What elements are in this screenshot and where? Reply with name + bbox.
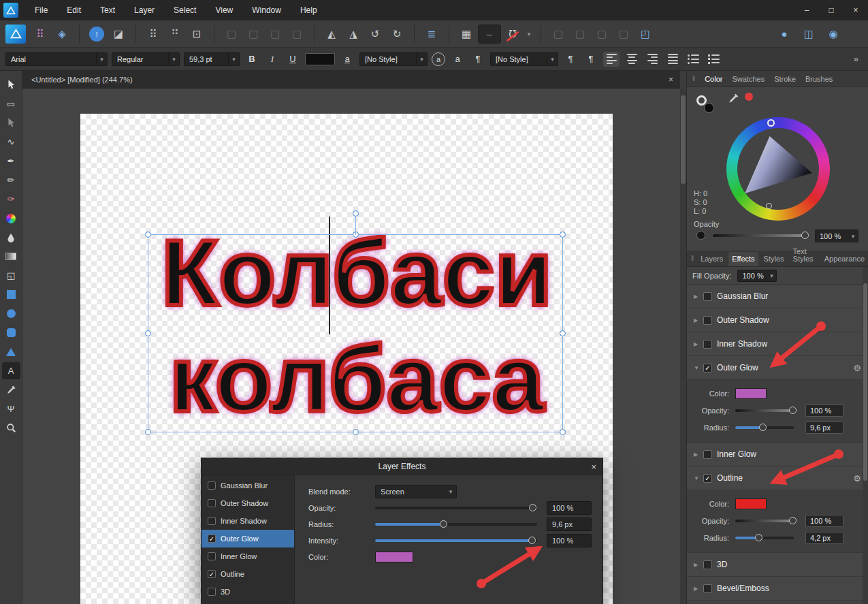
secondary-color-circle[interactable]: [704, 103, 714, 113]
view-tool[interactable]: Ψ: [2, 400, 20, 417]
bullet-list-button[interactable]: [685, 52, 701, 67]
crop-tool[interactable]: ◱: [2, 267, 20, 284]
radius-slider[interactable]: [375, 523, 537, 526]
selection-handle-top-right[interactable]: [560, 232, 566, 238]
eyedropper-icon[interactable]: [728, 93, 739, 104]
outline-radius-slider[interactable]: [735, 537, 794, 539]
slider-knob[interactable]: [528, 537, 536, 544]
align-right-button[interactable]: [644, 52, 660, 67]
vector-brush-tool[interactable]: ✑: [2, 191, 20, 208]
selection-handle-top-left[interactable]: [145, 232, 151, 238]
effect-checkbox[interactable]: [703, 340, 712, 349]
effect-row-inner-glow[interactable]: ▶ Inner Glow: [687, 443, 868, 466]
glow-color-swatch[interactable]: [375, 552, 413, 562]
slider-knob[interactable]: [440, 520, 447, 528]
minimize-button[interactable]: –: [794, 0, 819, 20]
menu-help[interactable]: Help: [291, 0, 327, 20]
effect-checkbox[interactable]: [703, 560, 712, 569]
selection-handle-middle-left[interactable]: [145, 330, 151, 336]
text-color-well[interactable]: [305, 53, 335, 65]
panel-grip-icon[interactable]: ‖: [692, 75, 695, 82]
panel-grip-icon[interactable]: ‖: [691, 255, 694, 262]
intensity-value[interactable]: 100 %: [547, 534, 592, 547]
dot-grid-button[interactable]: ⠿: [143, 25, 163, 44]
insert-target-button[interactable]: ◰: [635, 25, 656, 44]
blend-mode-select[interactable]: Screen ▾: [375, 485, 457, 498]
triangle-tool[interactable]: [2, 343, 20, 360]
slider-knob[interactable]: [759, 424, 767, 431]
hue-selector-dot[interactable]: [767, 119, 775, 127]
picked-color-dot[interactable]: [745, 93, 753, 101]
tab-styles[interactable]: Styles: [760, 252, 788, 266]
effect-checkbox[interactable]: [208, 517, 216, 525]
rotate-ccw-button[interactable]: ↺: [365, 25, 385, 44]
gear-icon[interactable]: ⚙: [853, 363, 861, 373]
dot-icon-button[interactable]: ●: [774, 25, 794, 44]
gear-icon[interactable]: ⚙: [853, 473, 861, 483]
close-document-icon[interactable]: ×: [669, 75, 673, 84]
font-size-select[interactable]: 59,3 pt ▾: [184, 52, 240, 66]
font-family-select[interactable]: Arial ▾: [5, 52, 108, 66]
node-tool[interactable]: [2, 114, 20, 131]
effect-row-inner-shadow[interactable]: ▶ Inner Shadow: [687, 332, 868, 356]
effect-checkbox[interactable]: [208, 588, 216, 596]
text-tool[interactable]: A: [2, 362, 20, 379]
pen-tool[interactable]: ✒: [2, 153, 20, 170]
effect-checkbox[interactable]: [208, 552, 216, 560]
show-grid-button[interactable]: ▦: [456, 25, 477, 44]
document-tab-title[interactable]: <Untitled> [Modified] (244.7%): [22, 76, 133, 84]
outer-glow-color-swatch[interactable]: [735, 388, 767, 399]
effect-checkbox-checked[interactable]: [208, 570, 216, 578]
dialog-item-3d[interactable]: 3D: [202, 583, 294, 601]
rectangle-tool[interactable]: [2, 286, 20, 303]
expand-icon[interactable]: ▶: [694, 562, 703, 568]
scrollbar-thumb[interactable]: [863, 283, 867, 481]
paragraph-panel-button[interactable]: ¶: [583, 52, 599, 67]
tab-stroke[interactable]: Stroke: [774, 75, 796, 83]
dialog-titlebar[interactable]: Layer Effects ×: [202, 458, 602, 475]
slider-knob[interactable]: [789, 517, 797, 524]
tab-brushes[interactable]: Brushes: [805, 75, 833, 83]
outline-radius-value[interactable]: 4,2 px: [805, 532, 843, 544]
outline-opacity-value[interactable]: 100 %: [805, 515, 843, 527]
rounded-rectangle-tool[interactable]: [2, 324, 20, 341]
opacity-slider[interactable]: [713, 234, 805, 237]
slider-knob[interactable]: [755, 534, 762, 541]
collapse-icon[interactable]: ▼: [694, 365, 703, 371]
pilcrow-button[interactable]: ¶: [470, 52, 486, 67]
rotation-handle[interactable]: [353, 210, 359, 217]
outline-opacity-slider[interactable]: [735, 520, 794, 522]
dialog-item-inner-glow[interactable]: Inner Glow: [202, 547, 294, 565]
close-window-button[interactable]: ×: [843, 0, 868, 20]
dialog-item-gaussian-blur[interactable]: Gaussian Blur: [202, 477, 294, 494]
panel-scrollbar[interactable]: [863, 267, 868, 604]
flip-vertical-button[interactable]: ◮: [343, 25, 364, 44]
expand-icon[interactable]: ▶: [694, 586, 703, 592]
move-tool[interactable]: [2, 76, 20, 93]
dialog-item-inner-shadow[interactable]: Inner Shadow: [202, 512, 294, 530]
typography-panel-button[interactable]: a: [449, 52, 466, 67]
align-center-button[interactable]: [624, 52, 640, 67]
align-left-button[interactable]: [603, 52, 620, 67]
maximize-button[interactable]: □: [819, 0, 843, 20]
primary-color-circle[interactable]: [696, 95, 707, 106]
transparency-tool[interactable]: [2, 248, 20, 265]
expand-icon[interactable]: ▶: [694, 293, 703, 300]
slider-knob[interactable]: [789, 407, 797, 414]
saturation-selector-dot[interactable]: [766, 203, 772, 209]
outer-glow-radius-value[interactable]: 9,6 px: [805, 422, 843, 434]
a-underline-button[interactable]: a: [339, 52, 355, 67]
snapping-dropdown-arrow[interactable]: ▾: [524, 25, 534, 44]
collapse-icon[interactable]: ▼: [694, 475, 703, 481]
place-image-button[interactable]: ↑: [86, 25, 107, 44]
effect-checkbox[interactable]: [703, 292, 712, 301]
slider-knob[interactable]: [529, 504, 536, 511]
toolbar-overflow-button[interactable]: »: [854, 54, 858, 64]
artboard-tool[interactable]: ▭: [2, 95, 20, 112]
character-style-select[interactable]: [No Style] ▾: [359, 52, 428, 66]
overlap-squares-button[interactable]: ◫: [799, 25, 819, 44]
character-style-reset-button[interactable]: a: [432, 52, 445, 66]
effect-checkbox-checked[interactable]: [208, 535, 216, 543]
swap-colors-widget[interactable]: [696, 95, 716, 114]
radius-value[interactable]: 9,6 px: [547, 518, 592, 531]
